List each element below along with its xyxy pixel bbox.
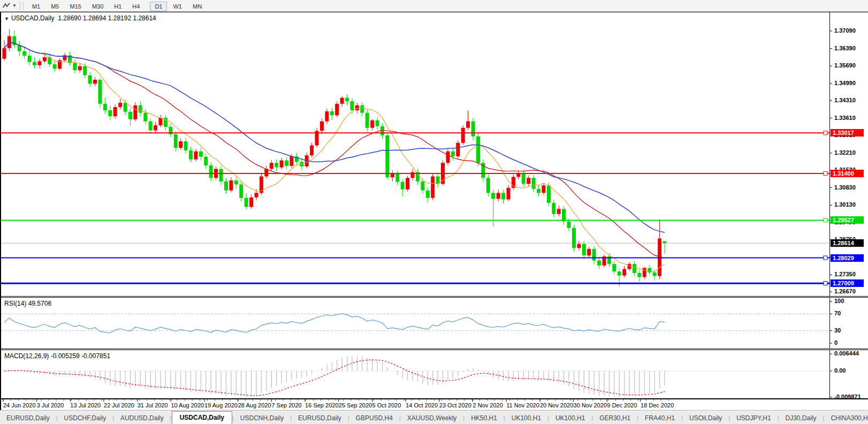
rsi-tick-label: 0	[834, 339, 837, 346]
price-tick-label: 1.34990	[834, 80, 856, 86]
macd-indicator-pane[interactable]: MACD(12,26,9) -0.005259 -0.007851 0.0064…	[1, 350, 868, 399]
macd-tick-label: -0.009871	[834, 393, 861, 400]
rsi-tick-label: 100	[834, 298, 844, 304]
chart-tab-usdcnh-daily[interactable]: USDCNH,Daily	[234, 412, 290, 424]
chart-tab-china300-h1[interactable]: CHINA300,H1	[824, 412, 868, 424]
date-tick-label: 25 Sep 2020	[339, 402, 372, 408]
date-tick-label: 18 Dec 2020	[641, 402, 674, 408]
date-tick-label: 23 Oct 2020	[439, 402, 471, 408]
price-tick-label: 1.26670	[834, 288, 856, 294]
chart-tabs: EURUSD,Daily|USDCHF,Daily|AUDUSD,Daily|U…	[0, 411, 868, 424]
hline-price-badge[interactable]: 1.28029	[831, 254, 864, 262]
date-tick-label: 22 Jul 2020	[104, 402, 134, 408]
chart-tab-hk50-h1[interactable]: HK50,H1	[465, 412, 504, 424]
date-tick-label: 24 Jun 2020	[3, 402, 36, 408]
price-chart-pane[interactable]: ▼USDCAD,Daily 1.28690 1.28694 1.28192 1.…	[1, 12, 868, 297]
macd-tick-label: 0.006444	[834, 350, 859, 357]
price-tick-label: 1.32210	[834, 149, 856, 156]
price-axis: 1.370901.363901.356901.349901.343101.336…	[829, 12, 868, 296]
timeframe-button-m30[interactable]: M30	[87, 2, 108, 11]
hline-price-badge[interactable]: 1.31400	[831, 170, 864, 177]
chevron-down-icon[interactable]: ▼	[12, 3, 17, 8]
chart-tab-fra40-h1[interactable]: FRA40,H1	[638, 412, 681, 424]
date-tick-label: 28 Aug 2020	[238, 402, 271, 408]
chart-window: ▼USDCAD,Daily 1.28690 1.28694 1.28192 1.…	[0, 12, 868, 410]
timeframe-button-m5[interactable]: M5	[46, 2, 64, 11]
hline-price-badge[interactable]: 1.29527	[831, 216, 864, 224]
timeframe-button-h1[interactable]: H1	[109, 2, 126, 11]
chart-tools-icon[interactable]	[2, 1, 11, 11]
chart-tab-eurusd-daily[interactable]: EURUSD,Daily	[0, 412, 56, 424]
price-tick-label: 1.33610	[834, 115, 856, 121]
date-axis[interactable]: 24 Jun 20203 Jul 202013 Jul 202022 Jul 2…	[1, 399, 868, 411]
price-tick-label: 1.27350	[834, 271, 856, 277]
hline-price-badge[interactable]: 1.27009	[831, 279, 864, 287]
chart-tab-xauusd-weekly[interactable]: XAUUSD,Weekly	[401, 412, 463, 424]
toolbar: ▼ M1M5M15M30H1H4D1W1MN	[0, 0, 868, 12]
rsi-plot[interactable]	[1, 298, 868, 349]
chart-title: ▼USDCAD,Daily 1.28690 1.28694 1.28192 1.…	[4, 14, 156, 22]
price-tick-label: 1.34310	[834, 97, 856, 103]
date-tick-label: 14 Oct 2020	[406, 402, 438, 408]
macd-label: MACD(12,26,9) -0.005259 -0.007851	[4, 352, 110, 360]
date-tick-label: 19 Aug 2020	[204, 402, 238, 408]
date-tick-label: 7 Sep 2020	[271, 402, 301, 408]
macd-plot[interactable]	[1, 350, 868, 398]
date-tick-label: 10 Aug 2020	[171, 402, 204, 408]
timeframe-button-m1[interactable]: M1	[27, 2, 45, 11]
timeframe-button-d1[interactable]: D1	[150, 2, 167, 11]
rsi-tick-label: 30	[834, 327, 841, 334]
timeframe-button-w1[interactable]: W1	[168, 2, 187, 11]
chart-title-ohlc: 1.28690 1.28694 1.28192 1.28614	[58, 14, 156, 22]
hline-price-badge[interactable]: 1.33017	[831, 129, 864, 137]
chart-tab-usoil-daily[interactable]: USOil,Daily	[683, 412, 728, 424]
rsi-axis: 10070300	[829, 298, 868, 349]
date-tick-label: 31 Jul 2020	[138, 402, 168, 408]
date-tick-label: 2 Nov 2020	[473, 402, 503, 408]
line-chart-icon	[3, 2, 10, 10]
date-tick-label: 13 Jul 2020	[70, 402, 101, 408]
chart-tab-eurusd-daily[interactable]: EURUSD,Daily	[292, 412, 348, 424]
candlestick-plot[interactable]	[1, 12, 868, 296]
rsi-tick-label: 70	[834, 310, 841, 316]
date-tick-label: 3 Jul 2020	[37, 402, 64, 408]
timeframe-button-group: M1M5M15M30H1H4D1W1MN	[27, 1, 207, 11]
chart-tab-gbpusd-h4[interactable]: GBPUSD,H4	[349, 412, 399, 424]
price-tick-label: 1.37090	[834, 27, 856, 34]
chart-tab-usdchf-daily[interactable]: USDCHF,Daily	[58, 412, 113, 424]
chart-title-symbol: USDCAD,Daily	[11, 14, 55, 22]
timeframe-button-mn[interactable]: MN	[188, 2, 207, 11]
chart-tab-usdjpy-h1[interactable]: USDJPY,H1	[730, 412, 777, 424]
rsi-label: RSI(14) 49.5706	[4, 300, 51, 307]
date-tick-label: 16 Sep 2020	[305, 402, 338, 408]
macd-tick-label: 0.00	[834, 367, 846, 374]
one-click-trading-caret-icon[interactable]: ▼	[4, 16, 9, 21]
date-tick-label: 11 Nov 2020	[506, 402, 539, 408]
chart-tab-ger30-h1[interactable]: GER30,H1	[593, 412, 637, 424]
price-tick-label: 1.35690	[834, 62, 856, 69]
macd-axis: 0.0064440.00-0.009871	[829, 350, 868, 398]
chart-tab-audusd-daily[interactable]: AUDUSD,Daily	[114, 412, 170, 424]
chart-tab-uk100-h1[interactable]: UK100,H1	[505, 412, 547, 424]
date-tick-label: 5 Oct 2020	[372, 402, 401, 408]
bid-price-badge: 1.28614	[831, 239, 864, 247]
price-tick-label: 1.30130	[834, 201, 856, 208]
chart-tab-bar: EURUSD,Daily|USDCHF,Daily|AUDUSD,Daily|U…	[0, 410, 868, 424]
price-tick-label: 1.30830	[834, 184, 856, 191]
rsi-indicator-pane[interactable]: RSI(14) 49.5706 10070300	[1, 297, 868, 349]
chart-tab-usdcad-daily[interactable]: USDCAD,Daily	[172, 411, 232, 424]
timeframe-button-h4[interactable]: H4	[127, 2, 144, 11]
chart-tab-uk100-h1[interactable]: UK100,H1	[549, 412, 591, 424]
date-tick-label: 30 Nov 2020	[574, 402, 607, 408]
chart-tab-dj30-daily[interactable]: DJ30,Daily	[779, 412, 823, 424]
price-tick-label: 1.36390	[834, 45, 856, 51]
date-tick-label: 20 Nov 2020	[540, 402, 573, 408]
date-tick-label: 9 Dec 2020	[607, 402, 637, 408]
timeframe-button-m15[interactable]: M15	[65, 2, 86, 11]
toolbar-grip-handle[interactable]	[20, 2, 24, 10]
